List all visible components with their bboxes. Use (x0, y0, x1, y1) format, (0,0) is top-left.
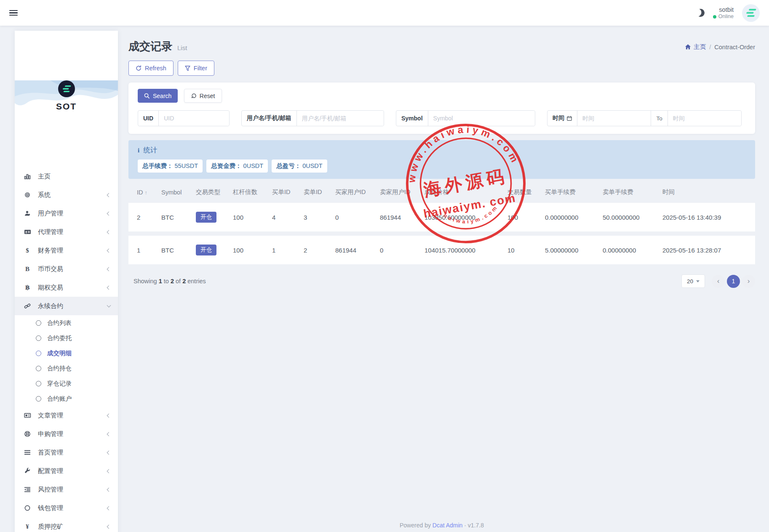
col-time: 时间 (658, 184, 755, 199)
funnel-icon (185, 66, 190, 71)
sidebar-item-options-trade[interactable]: ฿ 期权交易 (15, 278, 118, 297)
brand-name: SOT (15, 101, 118, 112)
cell-sell-fee: 0.00000000 (598, 236, 658, 264)
col-buy-order-id: 买单ID (268, 184, 299, 199)
sidebar-subitem-contract-orders[interactable]: 合约委托 (15, 330, 118, 346)
sidebar-item-users[interactable]: 用户管理 (15, 204, 118, 223)
letter-b-icon: B (22, 266, 32, 273)
chevron-left-icon (107, 506, 111, 510)
sidebar-item-system[interactable]: 系统 (15, 186, 118, 204)
chevron-left-icon (107, 524, 111, 529)
refresh-button[interactable]: Refresh (128, 61, 174, 76)
online-dot (713, 15, 716, 19)
sidebar-subitem-label: 成交明细 (47, 349, 72, 357)
sidebar-item-label: 申购管理 (38, 430, 63, 438)
next-page-button[interactable]: › (742, 275, 755, 288)
chart-bar-icon (22, 173, 32, 180)
col-id[interactable]: ID↑ (128, 184, 157, 199)
cell-price: 104015.70000000 (420, 236, 503, 264)
bars-icon (22, 449, 32, 456)
circle-icon (36, 320, 41, 326)
sidebar: SOT 主页 系统 用户管理 代理管理 (15, 31, 118, 532)
sidebar-subitem-liquidations[interactable]: 穿仓记录 (15, 376, 118, 391)
brand-bars-icon (62, 85, 71, 93)
prev-page-button[interactable]: ‹ (712, 275, 725, 288)
filter-panel: Search Reset UID 用户名/手机/邮箱 Symbol (128, 82, 755, 134)
current-page-button[interactable]: 1 (727, 275, 740, 288)
chain-link-icon (22, 303, 32, 309)
user-block[interactable]: sotbit Online (713, 6, 734, 20)
col-sell-fee: 卖单手续费 (598, 184, 658, 199)
cell-buy-order-id: 4 (268, 203, 299, 231)
avatar[interactable] (742, 4, 760, 22)
search-button[interactable]: Search (138, 89, 178, 103)
sidebar-item-staking[interactable]: ¥ 质押挖矿 (15, 517, 118, 532)
sidebar-subitem-label: 合约账户 (47, 395, 72, 403)
brand-logo (58, 80, 75, 97)
sidebar-item-subscription[interactable]: 申购管理 (15, 425, 118, 443)
version-text: v1.7.8 (468, 522, 484, 529)
cell-time: 2025-05-16 13:40:39 (658, 203, 755, 231)
sidebar-brand: SOT (15, 80, 118, 160)
user-icon (22, 210, 32, 217)
brand-bars-icon (745, 8, 756, 17)
sidebar-item-config[interactable]: 配置管理 (15, 462, 118, 480)
page-size-select[interactable]: 20 (681, 274, 705, 288)
username: sotbit (713, 6, 734, 13)
sidebar-toggle-icon[interactable] (9, 8, 18, 17)
cell-seller-uid: 0 (376, 236, 420, 264)
home-icon (685, 44, 691, 50)
cell-buyer-uid: 0 (331, 203, 376, 231)
wrench-icon (22, 468, 32, 474)
symbol-field-group: Symbol (396, 110, 535, 126)
sidebar-item-spot-trade[interactable]: B 币币交易 (15, 260, 118, 278)
sidebar-item-agents[interactable]: 代理管理 (15, 223, 118, 241)
sidebar-item-perpetual[interactable]: 永续合约 (15, 297, 118, 315)
chevron-left-icon (107, 211, 111, 215)
user-field-group: 用户名/手机/邮箱 (241, 110, 384, 126)
sidebar-item-finance[interactable]: $ 财务管理 (15, 241, 118, 260)
cell-buy-fee: 5.00000000 (541, 236, 598, 264)
dark-mode-toggle-icon[interactable] (695, 8, 705, 18)
page-subtitle: List (177, 44, 187, 51)
symbol-label: Symbol (396, 111, 428, 126)
sidebar-item-home[interactable]: 主页 (15, 167, 118, 186)
cell-buy-fee: 0.00000000 (541, 203, 598, 231)
sidebar-item-wallet[interactable]: 钱包管理 (15, 499, 118, 517)
reset-button[interactable]: Reset (184, 89, 222, 103)
sidebar-subitem-contract-list[interactable]: 合约列表 (15, 315, 118, 330)
sidebar-item-homepage[interactable]: 首页管理 (15, 443, 118, 462)
sidebar-item-label: 财务管理 (38, 247, 63, 255)
online-status: Online (718, 13, 734, 20)
uid-input[interactable] (159, 111, 229, 126)
symbol-input[interactable] (428, 111, 535, 126)
open-position-badge: 开仓 (196, 212, 216, 223)
sidebar-subitem-contract-accounts[interactable]: 合约账户 (15, 391, 118, 406)
sidebar-subitem-label: 合约列表 (47, 319, 72, 327)
user-input[interactable] (297, 111, 384, 126)
baht-icon: ฿ (22, 284, 32, 291)
breadcrumb-home-link[interactable]: 主页 (685, 43, 706, 51)
stat-total-funding: 总资金费：0USDT (206, 160, 268, 173)
dcat-admin-link[interactable]: Dcat Admin (433, 522, 463, 529)
sidebar-subitem-trade-details[interactable]: 成交明细 (15, 346, 118, 361)
time-end-input[interactable] (668, 111, 741, 126)
chevron-left-icon (107, 413, 111, 418)
time-start-input[interactable] (577, 111, 651, 126)
cell-symbol: BTC (157, 203, 192, 231)
filter-button[interactable]: Filter (178, 61, 214, 76)
showing-entries-text: Showing 1 to 2 of 2 entries (128, 278, 206, 285)
sidebar-item-risk[interactable]: 风控管理 (15, 480, 118, 499)
sidebar-item-articles[interactable]: 文章管理 (15, 406, 118, 425)
cell-time: 2025-05-16 13:28:07 (658, 236, 755, 264)
cell-quantity: 100 (503, 203, 541, 231)
col-seller-uid: 卖家用户ID (376, 184, 420, 199)
footer: Powered by Dcat Admin · v1.7.8 (128, 522, 755, 529)
sidebar-subitem-label: 穿仓记录 (47, 380, 72, 388)
sidebar-subitem-positions[interactable]: 合约持仓 (15, 361, 118, 376)
cell-leverage: 100 (229, 236, 268, 264)
cell-quantity: 10 (503, 236, 541, 264)
sidebar-item-label: 文章管理 (38, 412, 63, 420)
undo-icon (191, 93, 197, 98)
circle-icon (36, 335, 41, 341)
